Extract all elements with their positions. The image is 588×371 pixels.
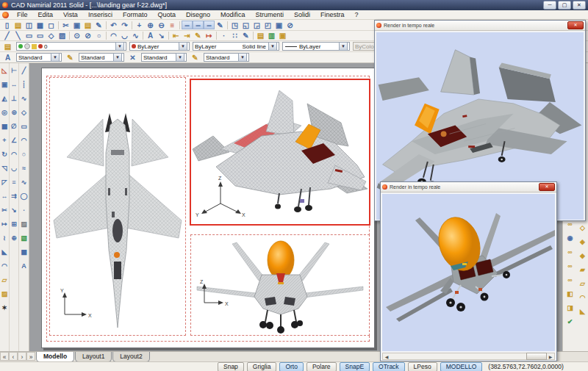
- sketch-icon[interactable]: ✎: [215, 21, 226, 30]
- revision-cloud-icon[interactable]: ≈: [19, 161, 29, 175]
- view-iso-ne-icon[interactable]: ◳: [229, 21, 240, 30]
- menu-disegno[interactable]: Disegno: [181, 10, 215, 20]
- new-icon[interactable]: ▯: [1, 21, 12, 30]
- scroll-right-icon[interactable]: ▶: [547, 354, 554, 359]
- tab-layout2[interactable]: Layout2: [112, 352, 149, 362]
- circle-center-icon[interactable]: ⊙: [71, 31, 82, 40]
- menu-formato[interactable]: Formato: [118, 10, 153, 20]
- trim-icon[interactable]: ✂: [0, 203, 10, 217]
- dim-baseline-icon[interactable]: ≡: [10, 175, 19, 189]
- solid-edit-icon[interactable]: ✔: [565, 314, 575, 328]
- menu-solidi[interactable]: Solidi: [289, 10, 315, 20]
- tolerance-icon[interactable]: ⊞: [10, 217, 19, 231]
- dim-arc-icon[interactable]: ◠: [10, 147, 19, 161]
- move-icon[interactable]: +: [0, 133, 10, 147]
- chevron-down-icon[interactable]: ▼: [339, 42, 348, 51]
- tab-prev-icon[interactable]: ‹: [9, 352, 18, 361]
- break-icon[interactable]: ≀: [0, 231, 10, 245]
- osnap-toggle[interactable]: SnapE: [340, 362, 370, 371]
- chevron-down-icon[interactable]: ▼: [179, 42, 187, 51]
- text-style-combo[interactable]: Standard ▼: [16, 53, 62, 62]
- minimize-button[interactable]: ─: [543, 1, 556, 10]
- block-editor-icon[interactable]: ▣: [277, 31, 288, 40]
- paste-icon[interactable]: ▤: [82, 21, 93, 30]
- construction-line-icon[interactable]: ┊: [19, 77, 29, 91]
- table-style-combo[interactable]: Standard ▼: [141, 53, 187, 62]
- section-icon[interactable]: ◨: [565, 300, 575, 314]
- line-icon[interactable]: ╱: [19, 63, 29, 77]
- scroll-left-icon[interactable]: ◀: [383, 354, 390, 359]
- hatch-icon[interactable]: ▨: [19, 217, 29, 231]
- divide-icon[interactable]: ∷: [229, 31, 240, 40]
- dim-linear-icon[interactable]: ⊢: [10, 63, 19, 77]
- polygon-icon[interactable]: ◇: [19, 105, 29, 119]
- mirror-icon[interactable]: ◭: [0, 91, 10, 105]
- copy-icon[interactable]: ▣: [71, 21, 82, 30]
- rectangle-icon[interactable]: ▭: [24, 31, 35, 40]
- snap-toggle[interactable]: Snap: [218, 362, 244, 371]
- render-window-title-bar[interactable]: Render in tempo reale ✕: [375, 21, 585, 31]
- open-icon[interactable]: ▤: [12, 21, 24, 30]
- viewport-3d-view-selected[interactable]: Z X Y: [190, 79, 370, 226]
- cut-icon[interactable]: ✂: [60, 21, 71, 30]
- rotate-icon[interactable]: ↻: [0, 147, 10, 161]
- dim-style-combo[interactable]: Standard ▼: [79, 53, 124, 62]
- table-icon[interactable]: ▦: [19, 245, 29, 259]
- menu-vista[interactable]: Vista: [58, 10, 83, 20]
- render-presentation-icon[interactable]: ▬: [204, 21, 215, 29]
- circle-diameter-icon[interactable]: ⊘: [82, 31, 93, 40]
- ortho-toggle[interactable]: Orto: [279, 362, 304, 371]
- print-icon[interactable]: ▦: [35, 21, 46, 30]
- color-combo[interactable]: ByLayer ▼: [129, 42, 190, 51]
- chevron-down-icon[interactable]: ▼: [268, 42, 277, 51]
- named-view-icon[interactable]: ◇: [46, 31, 57, 40]
- stretch-icon[interactable]: ◸: [0, 175, 10, 189]
- menu-help[interactable]: ?: [350, 10, 364, 20]
- ellipse-icon[interactable]: ◯: [19, 189, 29, 203]
- construction-line-icon[interactable]: ╲: [12, 31, 24, 40]
- rectangle-icon[interactable]: ▭: [19, 119, 29, 133]
- zoom-extents-icon[interactable]: ⊘: [284, 21, 295, 30]
- close-icon[interactable]: ✕: [567, 21, 584, 29]
- mleader-style-combo[interactable]: Standard ▼: [204, 53, 249, 62]
- viewport-icon[interactable]: ▭: [35, 31, 46, 40]
- sketch-pen-icon[interactable]: ✎: [240, 31, 251, 40]
- multiline-text-icon[interactable]: A: [19, 259, 29, 273]
- menu-modifica[interactable]: Modifica: [215, 10, 251, 20]
- layer-combo[interactable]: 0 ▼: [16, 42, 126, 51]
- text-icon[interactable]: A: [145, 31, 156, 40]
- leader-icon[interactable]: ↘: [156, 31, 167, 40]
- region-icon[interactable]: ▱: [0, 273, 10, 287]
- render-window-title-bar[interactable]: Render in tempo reale ✕: [381, 182, 556, 192]
- spline-icon[interactable]: ∿: [130, 31, 141, 40]
- save-icon[interactable]: ◫: [24, 21, 35, 30]
- render-view[interactable]: [382, 194, 555, 351]
- subtract-icon[interactable]: ∞: [565, 245, 575, 259]
- render-horizontal-scrollbar[interactable]: ◀ ▶: [382, 353, 555, 360]
- tab-next-icon[interactable]: ›: [18, 352, 26, 361]
- arc-center-icon[interactable]: ◡: [119, 31, 130, 40]
- lengthen-icon[interactable]: ↔: [0, 189, 10, 203]
- copy-object-icon[interactable]: ▣: [0, 77, 10, 91]
- tab-layout1[interactable]: Layout1: [75, 352, 112, 362]
- lineweight-combo[interactable]: ByLayer ▼: [282, 42, 350, 51]
- chevron-down-icon[interactable]: ▼: [238, 53, 247, 62]
- dim-aligned-icon[interactable]: ⇥: [182, 31, 193, 40]
- array-icon[interactable]: ▦: [0, 119, 10, 133]
- layer-manager-icon[interactable]: ≡: [167, 21, 178, 30]
- erase-icon[interactable]: ◺: [0, 63, 10, 77]
- layer-tools-icon[interactable]: ▤: [2, 42, 13, 51]
- ruled-surface-icon[interactable]: ▰: [578, 262, 587, 276]
- render-draft-icon[interactable]: ▬: [182, 21, 193, 29]
- revolved-surface-icon[interactable]: ◆: [578, 248, 587, 262]
- circle-icon[interactable]: ○: [19, 147, 29, 161]
- dim-diameter-icon[interactable]: ∅: [10, 119, 19, 133]
- print-preview-icon[interactable]: ◻: [46, 21, 57, 30]
- point-icon[interactable]: ∙: [19, 203, 29, 217]
- quick-leader-icon[interactable]: ↘: [10, 203, 19, 217]
- tab-modello[interactable]: Modello: [36, 352, 74, 362]
- extend-icon[interactable]: ↦: [0, 217, 10, 231]
- edge-surface-icon[interactable]: ◈: [578, 234, 587, 248]
- dim-aligned-icon[interactable]: ↔: [10, 77, 19, 91]
- center-mark-icon[interactable]: ⊕: [10, 231, 19, 245]
